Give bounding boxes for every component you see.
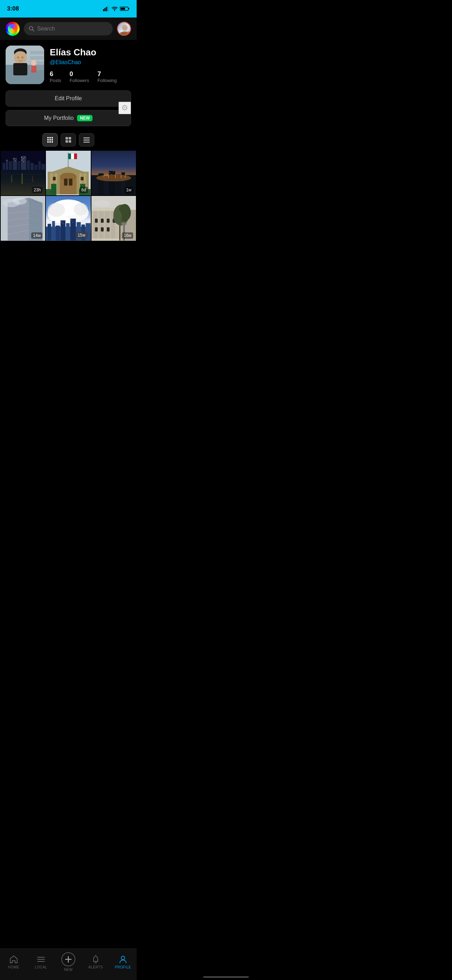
svg-rect-5 (128, 8, 129, 10)
svg-point-11 (122, 25, 127, 30)
profile-section: Elías Chao @EliasChao 6 Posts 0 Follower… (0, 40, 137, 87)
svg-rect-49 (11, 175, 12, 182)
search-icon (29, 26, 34, 32)
svg-rect-16 (30, 49, 44, 51)
profile-info: Elías Chao @EliasChao 6 Posts 0 Follower… (50, 46, 131, 83)
svg-rect-44 (24, 161, 24, 162)
photo-item-1[interactable]: 23h (1, 151, 45, 195)
posts-count: 6 (50, 70, 61, 78)
svg-rect-17 (30, 54, 44, 56)
svg-rect-59 (71, 154, 74, 159)
status-icons (103, 6, 130, 11)
svg-rect-128 (63, 223, 64, 224)
profile-avatar[interactable] (6, 46, 44, 84)
svg-rect-20 (13, 63, 27, 75)
svg-rect-70 (53, 177, 56, 180)
svg-rect-50 (22, 173, 23, 184)
svg-rect-145 (101, 219, 104, 223)
svg-rect-40 (21, 157, 22, 158)
photo-item-6[interactable]: 16w (91, 196, 136, 240)
profile-avatar-bg (6, 46, 44, 84)
photo-grid: 23h (0, 151, 137, 241)
app-logo-inner (8, 24, 18, 33)
svg-point-155 (113, 210, 122, 224)
svg-rect-60 (74, 154, 77, 159)
list-toggle-button[interactable] (79, 133, 94, 146)
status-bar: 3:08 (0, 0, 137, 18)
grid3-icon (47, 137, 53, 143)
grid3-toggle-button[interactable] (42, 133, 58, 146)
svg-rect-29 (2, 163, 5, 170)
wifi-icon (111, 6, 118, 11)
svg-rect-129 (71, 220, 72, 221)
app-logo[interactable] (6, 22, 20, 36)
profile-handle[interactable]: @EliasChao (50, 59, 131, 65)
following-label: Following (97, 78, 117, 83)
svg-point-88 (96, 175, 131, 181)
svg-rect-35 (27, 161, 30, 170)
svg-point-63 (60, 173, 77, 181)
profile-stats: 6 Posts 0 Followers 7 Following (50, 70, 131, 83)
photo-timestamp-5: 15w (75, 232, 88, 239)
svg-rect-120 (56, 226, 60, 241)
new-badge: NEW (77, 115, 92, 121)
svg-rect-37 (34, 165, 38, 170)
svg-rect-122 (66, 223, 70, 241)
svg-rect-149 (101, 228, 104, 232)
following-stat: 7 Following (97, 70, 117, 83)
svg-point-25 (31, 60, 37, 66)
svg-rect-43 (22, 160, 22, 161)
profile-name: Elías Chao (50, 47, 131, 58)
grid2-icon (65, 137, 71, 143)
search-bar[interactable] (24, 22, 113, 35)
view-toggle (0, 129, 137, 151)
svg-point-157 (121, 223, 126, 225)
svg-rect-150 (107, 228, 109, 232)
user-avatar-header[interactable] (117, 22, 131, 36)
svg-rect-146 (107, 219, 109, 223)
svg-rect-127 (61, 222, 62, 223)
svg-point-23 (17, 56, 19, 59)
svg-rect-68 (64, 179, 68, 186)
grid2-toggle-button[interactable] (60, 133, 76, 146)
svg-point-24 (21, 56, 24, 59)
profile-buttons: Edit Profile My Portfolio NEW ⚙ (0, 87, 137, 129)
svg-rect-71 (81, 177, 84, 180)
photo-item-2[interactable]: 6d (46, 151, 91, 195)
svg-rect-130 (73, 222, 73, 223)
portfolio-button[interactable]: My Portfolio NEW (6, 110, 131, 126)
svg-rect-34 (21, 156, 26, 170)
signal-icon (103, 6, 109, 11)
svg-rect-144 (95, 219, 98, 223)
svg-rect-30 (6, 159, 8, 170)
battery-icon (120, 6, 130, 11)
search-input[interactable] (37, 25, 108, 32)
svg-rect-32 (13, 158, 17, 170)
svg-point-116 (74, 203, 88, 216)
followers-count: 0 (70, 70, 89, 78)
svg-rect-33 (18, 161, 20, 170)
photo-timestamp-6: 16w (122, 232, 133, 239)
svg-point-158 (93, 200, 111, 207)
svg-rect-131 (54, 223, 54, 223)
photo-item-5[interactable]: 15w (46, 196, 91, 240)
svg-rect-69 (69, 179, 73, 186)
photo-item-3[interactable]: 1w (91, 151, 136, 195)
followers-label: Followers (70, 78, 89, 83)
svg-rect-38 (38, 161, 41, 170)
edit-profile-button[interactable]: Edit Profile (6, 91, 131, 107)
svg-rect-47 (6, 160, 7, 161)
svg-rect-42 (24, 157, 25, 158)
svg-line-8 (33, 30, 34, 32)
svg-point-115 (48, 203, 65, 217)
notification-dot (127, 32, 131, 35)
svg-rect-45 (14, 158, 14, 159)
photo-timestamp-2: 6d (80, 187, 88, 193)
settings-button[interactable]: ⚙ (118, 102, 131, 114)
svg-rect-135 (93, 210, 97, 241)
svg-rect-119 (52, 221, 55, 241)
photo-item-4[interactable]: 14w (1, 196, 45, 240)
photo-timestamp-1: 23h (32, 187, 42, 193)
followers-stat: 0 Followers (70, 70, 89, 83)
posts-label: Posts (50, 78, 61, 83)
